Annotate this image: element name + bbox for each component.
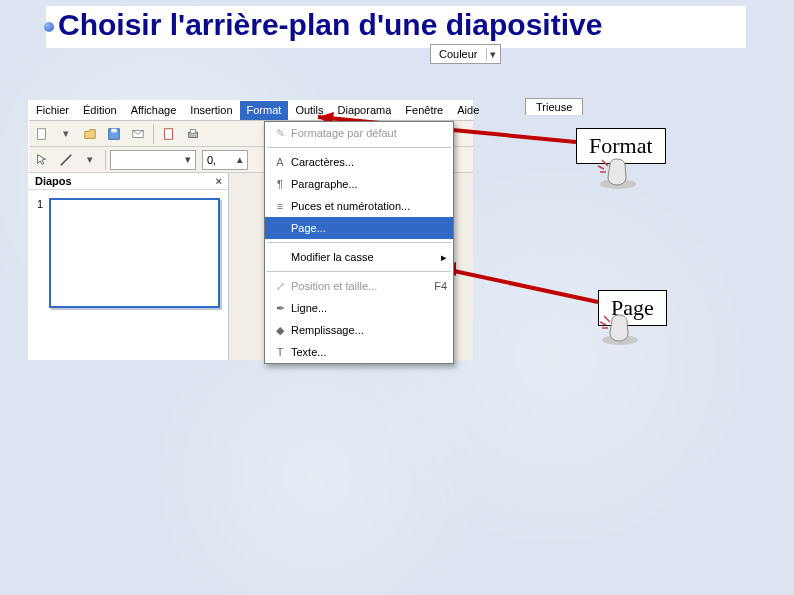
slide-thumb-wrap: 1 <box>29 190 228 316</box>
separator <box>153 124 154 144</box>
slide-title: Choisir l'arrière-plan d'une diapositive <box>58 8 734 42</box>
line-style-icon[interactable] <box>55 149 77 171</box>
menu-format[interactable]: Format <box>240 101 289 120</box>
title-bullet-icon <box>44 22 54 32</box>
menu-item-puces[interactable]: ≡ Puces et numérotation... <box>265 195 453 217</box>
bucket-icon: ◆ <box>269 324 291 337</box>
svg-rect-6 <box>190 129 195 133</box>
chevron-down-icon[interactable]: ▾ <box>55 123 77 145</box>
line-width-input[interactable] <box>203 151 233 169</box>
menu-fenetre[interactable]: Fenêtre <box>398 101 450 120</box>
slide-thumbnail[interactable] <box>49 198 220 308</box>
svg-rect-2 <box>111 128 116 132</box>
line-style-input[interactable] <box>111 151 181 169</box>
menu-item-remplissage[interactable]: ◆ Remplissage... <box>265 319 453 341</box>
menu-item-caracteres[interactable]: A Caractères... <box>265 151 453 173</box>
brush-icon: ✎ <box>269 127 291 140</box>
chevron-down-icon[interactable]: ▾ <box>486 48 500 61</box>
new-doc-icon[interactable] <box>31 123 53 145</box>
menu-insertion[interactable]: Insertion <box>183 101 239 120</box>
svg-rect-4 <box>165 128 173 139</box>
color-combo[interactable]: Couleur ▾ <box>430 44 501 64</box>
save-icon[interactable] <box>103 123 125 145</box>
pen-icon: ✒ <box>269 302 291 315</box>
menubar: Fichier Édition Affichage Insertion Form… <box>29 101 473 121</box>
bullets-icon: ≡ <box>269 200 291 212</box>
text-icon: T <box>269 346 291 358</box>
arrow-style-icon[interactable]: ▾ <box>79 149 101 171</box>
menu-item-ligne[interactable]: ✒ Ligne... <box>265 297 453 319</box>
menu-diaporama[interactable]: Diaporama <box>331 101 399 120</box>
character-icon: A <box>269 156 291 168</box>
menu-aide[interactable]: Aide <box>450 101 486 120</box>
menu-affichage[interactable]: Affichage <box>124 101 184 120</box>
menu-item-paragraphe[interactable]: ¶ Paragraphe... <box>265 173 453 195</box>
menu-fichier[interactable]: Fichier <box>29 101 76 120</box>
menu-outils[interactable]: Outils <box>288 101 330 120</box>
pointer-icon[interactable] <box>31 149 53 171</box>
app-window: Fichier Édition Affichage Insertion Form… <box>28 100 473 360</box>
menu-edition[interactable]: Édition <box>76 101 124 120</box>
slides-panel-title: Diapos <box>35 175 72 187</box>
position-icon: ⤢ <box>269 280 291 293</box>
open-icon[interactable] <box>79 123 101 145</box>
chevron-right-icon: ▸ <box>441 251 447 264</box>
menu-item-texte[interactable]: T Texte... <box>265 341 453 363</box>
slides-panel-header: Diapos × <box>29 173 228 190</box>
tab-trieuse[interactable]: Trieuse <box>525 98 583 115</box>
slide-title-block: Choisir l'arrière-plan d'une diapositive <box>46 6 746 48</box>
menu-separator <box>267 271 451 272</box>
mouse-click-icon <box>590 314 640 346</box>
svg-rect-0 <box>38 128 46 139</box>
export-pdf-icon[interactable] <box>158 123 180 145</box>
slides-panel: Diapos × 1 <box>29 173 229 360</box>
view-tabs: Trieuse <box>525 98 582 115</box>
close-icon[interactable]: × <box>216 175 222 187</box>
menu-separator <box>267 147 451 148</box>
menu-separator <box>267 242 451 243</box>
mouse-click-icon <box>588 158 638 190</box>
color-combo-label: Couleur <box>431 48 486 60</box>
format-menu-popup: ✎ Formatage par défaut A Caractères... ¶… <box>264 121 454 364</box>
menu-item-casse[interactable]: Modifier la casse ▸ <box>265 246 453 268</box>
line-width-combo[interactable]: ▴ <box>202 150 248 170</box>
menu-item-position: ⤢ Position et taille... F4 <box>265 275 453 297</box>
slide-number: 1 <box>37 198 49 308</box>
print-icon[interactable] <box>182 123 204 145</box>
paragraph-icon: ¶ <box>269 178 291 190</box>
menu-item-default-formatting: ✎ Formatage par défaut <box>265 122 453 144</box>
mail-icon[interactable] <box>127 123 149 145</box>
spinner-icon[interactable]: ▴ <box>233 153 247 166</box>
line-style-combo[interactable]: ▾ <box>110 150 196 170</box>
separator <box>105 150 106 170</box>
menu-item-page[interactable]: Page... <box>265 217 453 239</box>
chevron-down-icon[interactable]: ▾ <box>181 153 195 166</box>
